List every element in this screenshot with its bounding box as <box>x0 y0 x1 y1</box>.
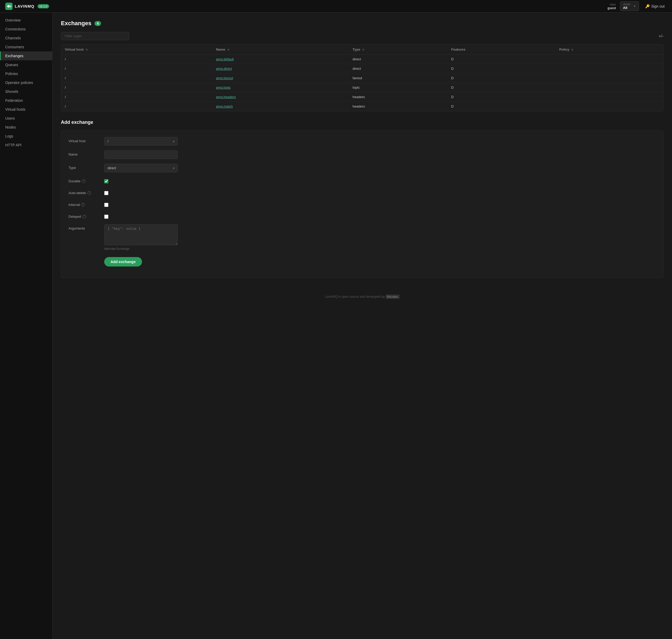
user-info: User guest <box>608 3 616 10</box>
internal-help-icon[interactable]: ? <box>81 203 85 207</box>
exchange-link[interactable]: amq.match <box>216 105 233 108</box>
arguments-textarea[interactable] <box>104 224 178 245</box>
sidebar-item-channels[interactable]: Channels <box>0 34 52 43</box>
exchanges-table: Virtual host ⇅ Name ⇅ Type ⇅ Features <box>61 45 663 111</box>
name-control <box>104 150 178 159</box>
vhost-label: vhost: <box>623 3 630 6</box>
sign-out-button[interactable]: 🔑 Sign out <box>643 3 667 10</box>
cell-policy <box>556 102 663 111</box>
plus-minus-toggle[interactable]: +/- <box>659 34 663 38</box>
auto-delete-checkbox[interactable] <box>104 191 108 195</box>
delayed-checkbox[interactable] <box>104 215 108 219</box>
exchange-count-badge: 6 <box>94 21 101 26</box>
label-internal: Internal ? <box>68 201 100 207</box>
table-row: / amq.topic topic D <box>61 83 663 92</box>
durable-checkbox[interactable] <box>104 179 108 183</box>
sidebar: OverviewConnectionsChannelsConsumersExch… <box>0 13 52 639</box>
sort-type-icon[interactable]: ⇅ <box>362 48 364 51</box>
exchange-link[interactable]: amq.topic <box>216 85 231 90</box>
add-exchange-section: Add exchange Virtual host / <box>61 120 663 278</box>
cell-type: direct <box>349 54 447 64</box>
cell-type: fanout <box>349 74 447 83</box>
header-right: User guest vhost: All ▼ 🔑 Sign out <box>608 1 667 11</box>
table-row: / amq.direct direct D <box>61 64 663 74</box>
form-row-name: Name <box>68 150 656 159</box>
add-exchange-form: Virtual host / Name <box>61 130 663 278</box>
label-vhost: Virtual host <box>68 137 100 143</box>
arguments-control: Alternate Exchange <box>104 224 178 250</box>
cell-vhost: / <box>61 64 212 74</box>
user-name: guest <box>608 6 616 10</box>
sidebar-item-overview[interactable]: Overview <box>0 16 52 25</box>
sidebar-item-federation[interactable]: Federation <box>0 96 52 105</box>
sidebar-item-logs[interactable]: Logs <box>0 132 52 141</box>
page-title-row: Exchanges 6 <box>61 20 663 27</box>
sort-virtual-host-icon[interactable]: ⇅ <box>86 48 88 51</box>
cell-name: amq.direct <box>212 64 349 74</box>
cell-type: headers <box>349 92 447 102</box>
auto-delete-help-icon[interactable]: ? <box>88 191 91 195</box>
name-input[interactable] <box>104 150 178 159</box>
sort-name-icon[interactable]: ⇅ <box>227 48 229 51</box>
type-select[interactable]: directfanouttopicheaders <box>104 164 178 172</box>
durable-help-icon[interactable]: ? <box>82 180 86 183</box>
vhost-selector[interactable]: vhost: All ▼ <box>620 1 639 11</box>
user-label: User <box>610 3 616 6</box>
vhost-select[interactable]: / <box>104 137 178 145</box>
cell-vhost: / <box>61 102 212 111</box>
exchange-link[interactable]: amq.default <box>216 57 234 61</box>
add-exchange-button[interactable]: Add exchange <box>104 257 142 266</box>
form-row-internal: Internal ? <box>68 201 656 208</box>
col-type: Type ⇅ <box>349 45 447 54</box>
cell-features: D <box>447 54 556 64</box>
auto-delete-control <box>104 189 178 196</box>
sidebar-item-operator-policies[interactable]: Operator policies <box>0 78 52 87</box>
sidebar-item-connections[interactable]: Connections <box>0 25 52 34</box>
sidebar-item-policies[interactable]: Policies <box>0 69 52 78</box>
cell-policy <box>556 83 663 92</box>
internal-checkbox[interactable] <box>104 203 108 207</box>
delayed-help-icon[interactable]: ? <box>82 215 86 219</box>
page-title: Exchanges <box>61 20 91 27</box>
type-select-wrapper: directfanouttopicheaders <box>104 164 178 172</box>
delayed-control <box>104 213 178 220</box>
table-row: / amq.match headers D <box>61 102 663 111</box>
cell-name: amq.match <box>212 102 349 111</box>
vhost-control: / <box>104 137 178 145</box>
cell-policy <box>556 64 663 74</box>
form-row-submit: Add exchange <box>68 255 656 266</box>
cell-type: direct <box>349 64 447 74</box>
table-body: / amq.default direct D / amq.direct dire… <box>61 54 663 111</box>
cell-type: headers <box>349 102 447 111</box>
col-name-label: Name <box>216 47 225 51</box>
exchange-link[interactable]: amq.headers <box>216 95 236 99</box>
alternate-exchange-label: Alternate Exchange <box>104 247 178 250</box>
col-features-label: Features <box>451 47 465 51</box>
form-row-type: Type directfanouttopicheaders <box>68 164 656 172</box>
header: LAVINMQ v2.1.0 User guest vhost: All ▼ 🔑… <box>0 0 672 13</box>
cell-features: D <box>447 102 556 111</box>
filter-input[interactable] <box>61 32 129 40</box>
add-exchange-title: Add exchange <box>61 120 663 125</box>
sidebar-item-queues[interactable]: Queues <box>0 60 52 69</box>
sort-policy-icon[interactable]: ⇅ <box>571 48 573 51</box>
sidebar-item-exchanges[interactable]: Exchanges <box>0 51 52 60</box>
sidebar-item-shovels[interactable]: Shovels <box>0 87 52 96</box>
cell-name: amq.fanout <box>212 74 349 83</box>
col-virtual-host-label: Virtual host <box>65 47 83 51</box>
sidebar-item-http-api[interactable]: HTTP API <box>0 141 52 150</box>
exchange-link[interactable]: amq.direct <box>216 67 232 71</box>
sidebar-item-virtual-hosts[interactable]: Virtual hosts <box>0 105 52 114</box>
sidebar-item-consumers[interactable]: Consumers <box>0 43 52 51</box>
cell-name: amq.topic <box>212 83 349 92</box>
cell-vhost: / <box>61 83 212 92</box>
table-row: / amq.headers headers D <box>61 92 663 102</box>
vhost-select-wrapper: / <box>104 137 178 145</box>
cell-vhost: / <box>61 92 212 102</box>
col-policy-label: Policy <box>560 47 569 51</box>
sidebar-item-users[interactable]: Users <box>0 114 52 123</box>
cell-name: amq.headers <box>212 92 349 102</box>
exchange-link[interactable]: amq.fanout <box>216 76 233 80</box>
sign-out-icon: 🔑 <box>645 4 650 9</box>
sidebar-item-nodes[interactable]: Nodes <box>0 123 52 132</box>
